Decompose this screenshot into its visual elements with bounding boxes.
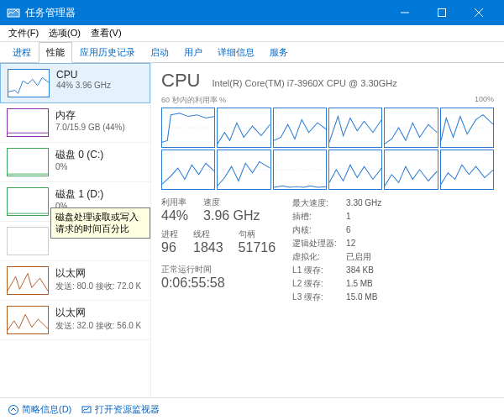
stat-key: L1 缓存: [292,264,346,277]
sidebar-item-ethernet-1[interactable]: 以太网发送: 80.0 接收: 72.0 K [0,261,150,301]
menu-options[interactable]: 选项(O) [44,25,86,41]
stat-val: 6 [346,223,351,237]
tab-details[interactable]: 详细信息 [210,42,262,63]
monitor-icon [81,405,92,415]
stat-key: 内核: [292,223,346,237]
stat-key: L3 缓存: [292,291,346,304]
stat-row: L3 缓存:15.0 MB [292,291,381,304]
app-icon [7,6,20,19]
tab-strip: 进程 性能 应用历史记录 启动 用户 详细信息 服务 [0,42,504,63]
stat-key: 最大速度: [292,197,346,210]
stat-key: 插槽: [292,210,346,223]
cpu-core-chart [328,108,382,148]
svg-rect-2 [438,9,446,17]
sidebar-item-sub: 44% 3.96 GHz [56,81,111,90]
uptime-value: 0:06:55:58 [161,276,276,291]
sidebar-item-label: 磁盘 1 (D:) [55,187,103,202]
cpu-core-chart [217,108,270,148]
sidebar-item-disk-0[interactable]: 磁盘 0 (C:)0% [0,143,150,182]
cpu-core-chart [440,108,494,148]
close-button[interactable] [460,0,497,25]
sidebar-item-sub: 7.0/15.9 GB (44%) [55,123,125,132]
stat-row: 最大速度:3.30 GHz [292,197,381,210]
cpu-core-chart [217,150,270,190]
sidebar-item-label: 磁盘 0 (C:) [55,148,103,162]
ethernet-thumb-icon [7,266,49,295]
sidebar-item-label: 内存 [55,108,125,123]
ethernet-thumb-icon [7,306,49,334]
tab-services[interactable]: 服务 [262,42,296,63]
stats-left: 利用率44% 速度3.96 GHz 进程96 线程1843 句柄51716 正常… [161,197,276,304]
cpu-core-chart [384,108,438,148]
sidebar-item-ethernet-2[interactable]: 以太网发送: 32.0 接收: 56.0 K [0,301,150,340]
stat-val: 384 KB [346,264,374,277]
cpu-core-chart [328,150,382,190]
cpu-core-chart [384,150,438,190]
cpu-model: Intel(R) Core(TM) i7-3960X CPU @ 3.30GHz [212,78,396,88]
memory-thumb-icon [7,108,49,137]
uptime-label: 正常运行时间 [161,264,276,276]
util-label: 利用率 [161,197,188,208]
cpu-core-chart [440,150,494,190]
tab-processes[interactable]: 进程 [5,42,39,63]
disk-thumb-icon [7,148,49,176]
resource-monitor-label: 打开资源监视器 [95,403,160,416]
stat-key: 虚拟化: [292,250,346,264]
stat-row: L2 缓存:1.5 MB [292,277,381,291]
sidebar-item-cpu[interactable]: CPU44% 3.96 GHz [0,63,150,103]
sidebar-item-label: 以太网 [55,306,141,320]
tab-app-history[interactable]: 应用历史记录 [72,42,143,63]
speed-label: 速度 [203,197,260,208]
stat-val: 已启用 [346,250,371,264]
less-details-link[interactable]: 简略信息(D) [8,403,71,416]
proc-value: 96 [161,240,178,255]
disk-thumb-icon [7,187,49,216]
speed-value: 3.96 GHz [203,208,260,223]
sidebar-item-label: 以太网 [55,266,141,281]
chart-label-right: 100% [475,95,494,106]
cpu-core-chart [161,108,215,148]
cpu-chart-grid[interactable] [161,108,494,190]
stat-row: L1 缓存:384 KB [292,264,381,277]
stat-row: 插槽:1 [292,210,381,223]
blank-thumb-icon [7,227,49,255]
thread-value: 1843 [193,240,223,255]
stat-val: 1.5 MB [346,277,373,291]
tab-users[interactable]: 用户 [176,42,210,63]
util-value: 44% [161,208,188,223]
handle-label: 句柄 [239,228,276,240]
chart-label-left: 60 秒内的利用率 % [161,95,226,106]
maximize-button[interactable] [423,0,460,25]
proc-label: 进程 [161,228,178,240]
sidebar-item-sub: 0% [55,162,103,171]
handle-value: 51716 [239,240,276,255]
menu-view[interactable]: 查看(V) [86,25,127,41]
tab-startup[interactable]: 启动 [143,42,176,63]
tab-performance[interactable]: 性能 [39,42,72,63]
cpu-core-chart [273,150,327,190]
tooltip: 磁盘处理读取或写入请求的时间百分比 [50,207,150,239]
stat-val: 1 [346,210,351,223]
window-title: 任务管理器 [25,6,386,20]
main-panel: CPU Intel(R) Core(TM) i7-3960X CPU @ 3.3… [151,63,504,397]
sidebar-item-sub: 发送: 32.0 接收: 56.0 K [55,320,141,332]
stat-val: 15.0 MB [346,291,377,304]
sidebar-item-memory[interactable]: 内存7.0/15.9 GB (44%) [0,103,150,143]
cpu-thumb-icon [8,69,50,97]
stat-row: 逻辑处理器:12 [292,237,381,250]
stat-val: 3.30 GHz [346,197,381,210]
sidebar: CPU44% 3.96 GHz 内存7.0/15.9 GB (44%) 磁盘 0… [0,63,151,397]
svg-point-20 [9,405,18,414]
stat-key: 逻辑处理器: [292,237,346,250]
stat-row: 内核:6 [292,223,381,237]
sidebar-item-sub: 发送: 80.0 接收: 72.0 K [55,281,141,292]
resource-monitor-link[interactable]: 打开资源监视器 [81,403,160,416]
stat-val: 12 [346,237,355,250]
stat-row: 虚拟化:已启用 [292,250,381,264]
sidebar-item-disk-1[interactable]: 磁盘 1 (D:)0% 磁盘处理读取或写入请求的时间百分比 [0,182,150,222]
menu-file[interactable]: 文件(F) [3,25,44,41]
minimize-button[interactable] [386,0,423,25]
thread-label: 线程 [193,228,223,240]
cpu-core-chart [161,150,215,190]
sidebar-item-label: CPU [56,69,111,81]
